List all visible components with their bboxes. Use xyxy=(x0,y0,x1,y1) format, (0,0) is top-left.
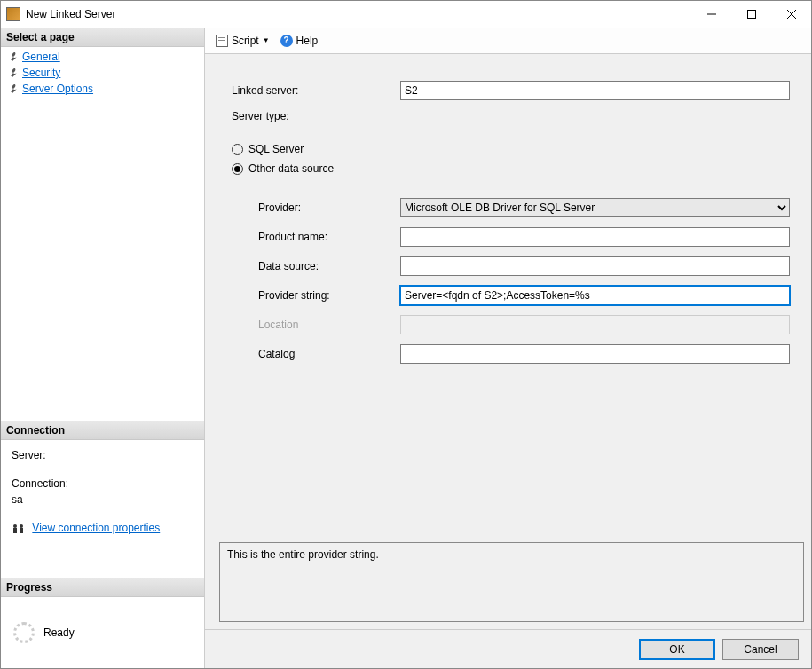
other-data-source-radio-label: Other data source xyxy=(248,162,334,175)
help-button[interactable]: ? Help xyxy=(277,33,322,49)
maximize-icon xyxy=(747,10,756,19)
minimize-button[interactable] xyxy=(691,1,731,28)
script-button[interactable]: Script ▼ xyxy=(212,33,273,49)
location-input xyxy=(400,315,790,334)
help-icon: ? xyxy=(280,35,293,47)
progress-status: Ready xyxy=(43,626,75,639)
minimize-icon xyxy=(707,10,716,19)
catalog-label: Catalog xyxy=(258,348,400,360)
svg-rect-7 xyxy=(20,528,23,533)
provider-string-label: Provider string: xyxy=(258,289,400,302)
svg-point-6 xyxy=(20,524,23,528)
other-data-source-radio[interactable] xyxy=(232,163,243,175)
progress-section: Ready xyxy=(1,597,204,668)
connection-section: Server: Connection: sa View connection p… xyxy=(1,440,204,546)
server-label: Server: xyxy=(12,449,193,461)
location-label: Location xyxy=(258,319,400,331)
page-item-server-options[interactable]: Server Options xyxy=(6,81,199,97)
provider-select[interactable]: Microsoft OLE DB Driver for SQL Server xyxy=(400,198,790,217)
page-item-security[interactable]: Security xyxy=(6,65,199,81)
page-list: General Security Server Options xyxy=(1,47,204,98)
dialog-footer: OK Cancel xyxy=(205,629,811,668)
script-label: Script xyxy=(232,35,259,47)
maximize-button[interactable] xyxy=(731,1,771,28)
select-page-header: Select a page xyxy=(1,28,204,47)
page-label: Server Options xyxy=(22,83,93,95)
connection-label: Connection: xyxy=(12,477,193,490)
help-label: Help xyxy=(296,35,319,47)
server-type-label: Server type: xyxy=(232,110,400,122)
linked-server-input[interactable] xyxy=(400,81,790,100)
window-title: New Linked Server xyxy=(26,8,691,20)
connection-header: Connection xyxy=(1,421,204,440)
provider-string-input[interactable] xyxy=(400,286,790,305)
window-controls xyxy=(691,1,811,28)
data-source-label: Data source: xyxy=(258,260,400,272)
svg-rect-1 xyxy=(747,11,755,19)
provider-label: Provider: xyxy=(258,201,400,214)
toolbar: Script ▼ ? Help xyxy=(205,28,811,54)
close-button[interactable] xyxy=(771,1,811,28)
catalog-input[interactable] xyxy=(400,344,790,364)
view-connection-properties-link[interactable]: View connection properties xyxy=(32,522,160,534)
svg-rect-5 xyxy=(13,528,17,533)
page-label: General xyxy=(22,51,60,63)
sql-server-radio[interactable] xyxy=(232,144,243,155)
message-text: This is the entire provider string. xyxy=(227,548,379,561)
cancel-button[interactable]: Cancel xyxy=(722,639,799,660)
data-source-input[interactable] xyxy=(400,256,790,276)
app-icon xyxy=(6,7,20,21)
script-icon xyxy=(216,35,228,47)
progress-spinner-icon xyxy=(13,622,35,643)
main-panel: Script ▼ ? Help Linked server: Server ty… xyxy=(205,28,811,668)
ok-button[interactable]: OK xyxy=(639,639,715,660)
sidebar: Select a page General Security Server Op… xyxy=(1,28,205,668)
connection-icon xyxy=(12,523,26,535)
titlebar: New Linked Server xyxy=(1,1,811,28)
wrench-icon xyxy=(8,67,19,78)
form-area: Linked server: Server type: SQL Server O… xyxy=(205,54,811,537)
close-icon xyxy=(787,10,796,19)
sql-server-radio-label: SQL Server xyxy=(248,143,304,155)
wrench-icon xyxy=(8,83,19,94)
product-name-input[interactable] xyxy=(400,227,790,247)
connection-value: sa xyxy=(12,493,193,506)
product-name-label: Product name: xyxy=(258,231,400,243)
linked-server-label: Linked server: xyxy=(232,84,400,97)
message-box: This is the entire provider string. xyxy=(219,542,804,622)
page-label: Security xyxy=(22,67,60,79)
progress-header: Progress xyxy=(1,578,204,597)
page-item-general[interactable]: General xyxy=(6,49,199,65)
svg-point-4 xyxy=(13,524,17,528)
chevron-down-icon: ▼ xyxy=(263,36,270,44)
wrench-icon xyxy=(8,51,19,62)
